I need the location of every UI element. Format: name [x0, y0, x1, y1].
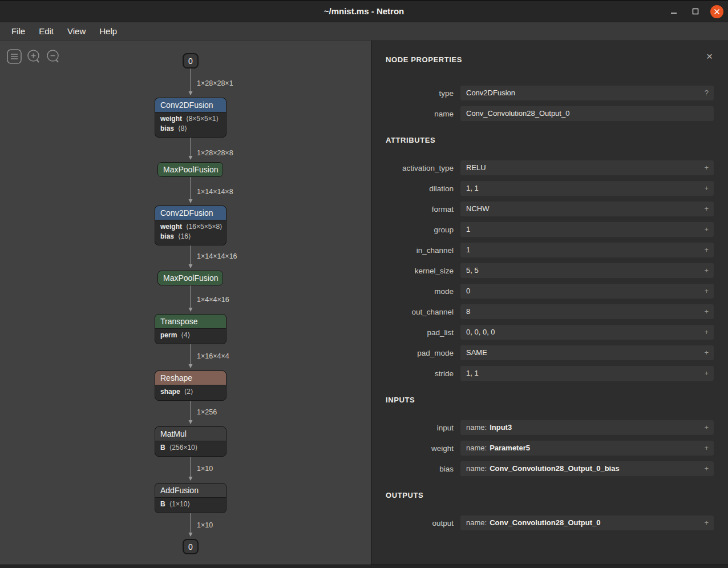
- attr-row-mode: mode 0+: [386, 284, 714, 299]
- input-row-input: input name:Input3+: [386, 420, 714, 435]
- expand-icon[interactable]: +: [704, 345, 709, 360]
- node-matmul[interactable]: MatMul B⟨256×10⟩: [155, 426, 227, 457]
- menu-help[interactable]: Help: [92, 22, 124, 41]
- attr-value-box[interactable]: 5, 5+: [460, 263, 714, 278]
- inputs-title: INPUTS: [386, 396, 714, 404]
- attr-row-dilation: dilation 1, 1+: [386, 181, 714, 196]
- name-label: name: [386, 110, 460, 118]
- node-properties-panel: × NODE PROPERTIES type Conv2DFusion ? na…: [372, 41, 727, 565]
- node-conv2dfusion-2[interactable]: Conv2DFusion weight⟨16×5×5×8⟩ bias⟨16⟩: [155, 206, 227, 245]
- input-value-box[interactable]: name:Conv_Convolution28_Output_0_bias+: [460, 461, 714, 476]
- node-addfusion[interactable]: AddFusion B⟨1×10⟩: [155, 483, 227, 513]
- node-title[interactable]: MaxPoolFusion: [158, 163, 223, 176]
- expand-icon[interactable]: +: [704, 181, 709, 196]
- edge-shape-label: 1×256: [197, 408, 217, 416]
- attr-value-box[interactable]: RELU+: [460, 160, 714, 175]
- attr-row-stride: stride 1, 1+: [386, 366, 714, 381]
- node-title[interactable]: MatMul: [155, 427, 226, 441]
- expand-icon[interactable]: +: [704, 515, 709, 530]
- param-key: B: [160, 444, 165, 452]
- input-value-box[interactable]: name:Parameter5+: [460, 441, 714, 456]
- expand-icon[interactable]: +: [704, 441, 709, 456]
- node-reshape[interactable]: Reshape shape⟨2⟩: [155, 370, 227, 401]
- param-key: weight: [160, 223, 182, 231]
- graph-input-node[interactable]: 0: [183, 53, 199, 69]
- menu-edit[interactable]: Edit: [32, 22, 60, 41]
- param-key: weight: [160, 115, 182, 123]
- expand-icon[interactable]: +: [704, 420, 709, 435]
- menu-view[interactable]: View: [60, 22, 92, 41]
- output-value-box[interactable]: name:Conv_Convolution28_Output_0+: [460, 515, 714, 530]
- node-maxpoolfusion-1[interactable]: MaxPoolFusion: [157, 162, 223, 177]
- node-transpose[interactable]: Transpose perm⟨4⟩: [155, 314, 227, 344]
- edge-shape-label: 1×28×28×8: [197, 149, 233, 157]
- attr-value-box[interactable]: 0+: [460, 284, 714, 299]
- node-title[interactable]: Transpose: [155, 315, 226, 328]
- sidebar-menu-icon[interactable]: [7, 49, 22, 64]
- edge-shape-label: 1×14×14×8: [197, 188, 233, 196]
- node-conv2dfusion-1[interactable]: Conv2DFusion weight⟨8×5×5×1⟩ bias⟨8⟩: [155, 98, 227, 138]
- graph-output-node[interactable]: 0: [183, 539, 199, 554]
- node-title[interactable]: AddFusion: [155, 484, 226, 497]
- attr-value-box[interactable]: 1+: [460, 243, 714, 257]
- attr-value-box[interactable]: 1, 1+: [460, 181, 714, 196]
- node-title[interactable]: Conv2DFusion: [155, 98, 226, 112]
- input-row-bias: bias name:Conv_Convolution28_Output_0_bi…: [386, 461, 714, 476]
- expand-icon[interactable]: +: [704, 304, 709, 319]
- graph-canvas[interactable]: 0 1×28×28×1 Conv2DFusion weight⟨8×5×5×1⟩…: [0, 41, 372, 565]
- expand-icon[interactable]: +: [704, 243, 709, 257]
- maximize-button[interactable]: [689, 5, 702, 18]
- minimize-button[interactable]: [667, 5, 681, 18]
- zoom-in-icon[interactable]: [26, 49, 41, 64]
- attr-row-kernel-size: kernel_size 5, 5+: [386, 263, 714, 278]
- param-value: ⟨8⟩: [178, 124, 187, 132]
- expand-icon[interactable]: +: [704, 325, 709, 340]
- titlebar[interactable]: ~/mnist.ms - Netron: [0, 1, 728, 22]
- node-maxpoolfusion-2[interactable]: MaxPoolFusion: [157, 271, 223, 285]
- attr-value-box[interactable]: 8+: [460, 304, 714, 319]
- param-value: ⟨1×10⟩: [169, 500, 190, 508]
- expand-icon[interactable]: +: [704, 263, 709, 278]
- attr-value-box[interactable]: SAME+: [460, 345, 714, 360]
- type-row: type Conv2DFusion ?: [386, 86, 714, 100]
- node-title[interactable]: Reshape: [155, 371, 226, 385]
- input-value-box[interactable]: name:Input3+: [460, 420, 714, 435]
- attr-value-box[interactable]: NCHW+: [460, 202, 714, 216]
- input-row-weight: weight name:Parameter5+: [386, 441, 714, 456]
- param-value: ⟨16×5×5×8⟩: [186, 223, 223, 231]
- edge-shape-label: 1×16×4×4: [197, 352, 229, 360]
- node-title[interactable]: Conv2DFusion: [155, 206, 226, 220]
- expand-icon[interactable]: +: [704, 202, 709, 216]
- outputs-title: OUTPUTS: [386, 491, 714, 499]
- attr-value-box[interactable]: 1+: [460, 222, 714, 237]
- attr-row-activation-type: activation_type RELU+: [386, 160, 714, 175]
- expand-icon[interactable]: +: [704, 461, 709, 476]
- window-title: ~/mnist.ms - Netron: [0, 1, 728, 22]
- attr-row-out-channel: out_channel 8+: [386, 304, 714, 319]
- param-value: ⟨8×5×5×1⟩: [186, 115, 219, 123]
- attr-value-box[interactable]: 1, 1+: [460, 366, 714, 381]
- edge-shape-label: 1×10: [197, 465, 213, 473]
- param-key: shape: [160, 388, 180, 396]
- edge-shape-label: 1×14×14×16: [197, 252, 237, 260]
- expand-icon[interactable]: +: [704, 284, 709, 299]
- name-value-box[interactable]: Conv_Convolution28_Output_0: [460, 106, 714, 121]
- type-value-box[interactable]: Conv2DFusion ?: [460, 86, 714, 100]
- expand-icon[interactable]: +: [704, 160, 709, 175]
- panel-close-icon[interactable]: ×: [706, 51, 713, 62]
- param-key: perm: [160, 331, 177, 339]
- edge-shape-label: 1×10: [197, 521, 213, 529]
- attr-row-format: format NCHW+: [386, 202, 714, 216]
- type-doc-icon[interactable]: ?: [705, 86, 709, 100]
- attr-value-box[interactable]: 0, 0, 0, 0+: [460, 325, 714, 340]
- zoom-out-icon[interactable]: [46, 49, 60, 64]
- expand-icon[interactable]: +: [704, 222, 709, 237]
- close-button[interactable]: [710, 5, 723, 18]
- expand-icon[interactable]: +: [704, 366, 709, 381]
- attr-row-pad-mode: pad_mode SAME+: [386, 345, 714, 360]
- attributes-title: ATTRIBUTES: [386, 136, 714, 144]
- param-value: ⟨4⟩: [181, 331, 190, 339]
- menubar: File Edit View Help: [0, 22, 728, 41]
- menu-file[interactable]: File: [5, 22, 32, 41]
- node-title[interactable]: MaxPoolFusion: [158, 271, 223, 285]
